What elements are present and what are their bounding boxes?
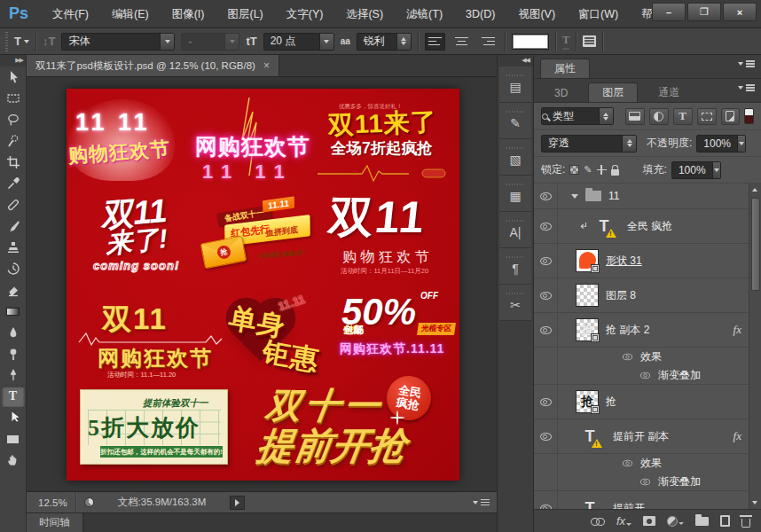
layer-thumbnail[interactable] bbox=[576, 284, 599, 307]
hand-tool[interactable] bbox=[2, 450, 25, 471]
layer-row-quanmin-fengqiang[interactable]: T 全民 疯抢 bbox=[534, 209, 761, 244]
delete-layer-icon[interactable] bbox=[741, 519, 750, 528]
menu-edit[interactable]: 编辑(E) bbox=[100, 0, 161, 28]
properties-panel-menu[interactable] bbox=[738, 62, 755, 66]
layer-row-tiqiankai[interactable]: T 提前开 bbox=[534, 491, 761, 509]
spinner-button[interactable] bbox=[622, 136, 636, 152]
lock-all-icon[interactable] bbox=[611, 169, 619, 176]
marquee-tool[interactable] bbox=[2, 88, 25, 109]
font-family-select[interactable]: 宋体 bbox=[61, 33, 175, 51]
menu-file[interactable]: 文件(F) bbox=[41, 0, 100, 28]
anti-alias-select[interactable]: 锐利 bbox=[357, 33, 412, 51]
layer-name[interactable]: 提前开 副本 bbox=[613, 429, 669, 444]
toggle-character-panel-button[interactable] bbox=[583, 35, 596, 47]
eye-icon[interactable] bbox=[540, 326, 552, 334]
layer-row-group-11[interactable]: 11 bbox=[534, 184, 761, 209]
lock-position-icon[interactable] bbox=[597, 165, 607, 175]
menu-filter[interactable]: 滤镜(T) bbox=[395, 0, 454, 28]
crop-tool[interactable] bbox=[2, 152, 25, 173]
character-panel-button[interactable]: A| bbox=[499, 212, 531, 248]
text-orientation-toggle[interactable]: ↕T bbox=[43, 35, 55, 48]
maximize-button[interactable]: ❐ bbox=[687, 3, 721, 21]
eye-icon[interactable] bbox=[540, 292, 552, 300]
effects-label[interactable]: 效果 bbox=[640, 456, 662, 471]
fx-icon[interactable]: fx bbox=[734, 323, 741, 337]
filter-type-select[interactable]: 类型 bbox=[541, 107, 614, 125]
filter-smart-objects-button[interactable] bbox=[721, 108, 741, 125]
menu-select[interactable]: 选择(S) bbox=[334, 0, 395, 28]
dropdown-button[interactable] bbox=[160, 34, 174, 50]
tab-layers[interactable]: 图层 bbox=[588, 82, 638, 102]
scroll-down-icon[interactable] bbox=[752, 501, 757, 505]
minimize-button[interactable]: – bbox=[652, 3, 686, 21]
path-selection-tool[interactable] bbox=[2, 407, 25, 428]
filter-adjustment-layers-button[interactable] bbox=[649, 108, 669, 125]
close-button[interactable]: × bbox=[723, 3, 757, 21]
brush-panel-button[interactable]: ✎ bbox=[499, 103, 531, 139]
layer-row-shape-31[interactable]: 形状 31 bbox=[534, 244, 761, 278]
layer-thumbnail[interactable]: 抢 bbox=[576, 318, 599, 341]
fill-select[interactable]: 100% bbox=[671, 161, 721, 179]
align-center-button[interactable] bbox=[451, 33, 472, 51]
eye-icon[interactable] bbox=[540, 398, 552, 406]
layer-comps-panel-button[interactable]: ▦ bbox=[499, 176, 531, 212]
dock-collapse-button[interactable]: ◀◀ bbox=[498, 55, 533, 66]
eraser-tool[interactable] bbox=[2, 279, 25, 301]
align-right-button[interactable] bbox=[478, 33, 498, 51]
clone-source-panel-button[interactable]: ▤ bbox=[499, 66, 531, 103]
lock-pixels-icon[interactable]: ✎ bbox=[584, 164, 592, 176]
tab-channels[interactable]: 通道 bbox=[644, 82, 694, 102]
eye-icon[interactable] bbox=[640, 372, 650, 379]
layer-row-qiang[interactable]: 抢 抢 bbox=[534, 385, 761, 419]
zoom-level[interactable]: 12.5% bbox=[38, 497, 67, 508]
move-tool[interactable] bbox=[2, 66, 25, 88]
menu-type[interactable]: 文字(Y) bbox=[275, 0, 335, 28]
visibility-cell[interactable] bbox=[534, 244, 558, 278]
rectangle-tool[interactable] bbox=[2, 428, 25, 450]
menu-view[interactable]: 视图(V) bbox=[506, 0, 567, 28]
paragraph-panel-button[interactable]: ¶ bbox=[499, 248, 531, 285]
gradient-overlay-label[interactable]: 渐变叠加 bbox=[658, 368, 701, 383]
opacity-select[interactable]: 100% bbox=[696, 135, 746, 153]
filter-pixel-layers-button[interactable] bbox=[625, 108, 645, 125]
pen-tool[interactable] bbox=[2, 364, 25, 386]
dropdown-button[interactable] bbox=[712, 162, 720, 178]
status-options-button[interactable] bbox=[230, 496, 245, 510]
tab-close-icon[interactable]: × bbox=[263, 59, 270, 72]
filter-on-off-toggle[interactable] bbox=[744, 108, 754, 124]
font-size-select[interactable]: 20 点 bbox=[263, 33, 334, 51]
timeline-tab[interactable]: 时间轴 bbox=[27, 513, 83, 532]
spinner-button[interactable] bbox=[599, 108, 613, 124]
shape-layer-thumbnail[interactable] bbox=[576, 249, 599, 272]
layer-name[interactable]: 提前开 bbox=[613, 501, 645, 510]
effects-row[interactable]: 效果 bbox=[534, 454, 761, 473]
layers-scrollbar[interactable] bbox=[749, 184, 761, 509]
eyedropper-tool[interactable] bbox=[2, 173, 25, 194]
spinner-button[interactable] bbox=[396, 34, 411, 50]
layer-name[interactable]: 抢 bbox=[606, 395, 616, 410]
tab-3d[interactable]: 3D bbox=[540, 82, 582, 102]
blur-tool[interactable] bbox=[2, 322, 25, 343]
gradient-overlay-row[interactable]: 渐变叠加 bbox=[534, 473, 761, 491]
link-layers-icon[interactable] bbox=[591, 517, 605, 526]
options-bar-grabber[interactable] bbox=[5, 32, 8, 51]
eye-icon[interactable] bbox=[540, 192, 552, 200]
visibility-cell[interactable] bbox=[534, 278, 558, 312]
visibility-cell[interactable] bbox=[534, 209, 558, 243]
visibility-cell[interactable] bbox=[534, 313, 558, 347]
brush-tool[interactable] bbox=[2, 215, 25, 237]
layer-name[interactable]: 全民 疯抢 bbox=[627, 219, 672, 234]
eye-icon[interactable] bbox=[623, 354, 632, 361]
layer-style-button[interactable]: fx bbox=[616, 514, 632, 528]
gradient-overlay-row[interactable]: 渐变叠加 bbox=[534, 366, 761, 385]
gradient-tool[interactable] bbox=[2, 301, 25, 322]
layer-name[interactable]: 11 bbox=[608, 190, 619, 202]
tools-collapse-button[interactable]: ▶▶ bbox=[0, 55, 26, 66]
eye-icon[interactable] bbox=[623, 460, 632, 467]
layer-thumbnail[interactable]: 抢 bbox=[576, 390, 599, 413]
filter-type-layers-button[interactable]: T bbox=[673, 108, 693, 125]
group-expand-icon[interactable] bbox=[571, 194, 578, 199]
align-left-button[interactable] bbox=[425, 33, 445, 51]
dropdown-button[interactable] bbox=[319, 34, 333, 50]
spot-healing-brush-tool[interactable] bbox=[2, 194, 25, 215]
